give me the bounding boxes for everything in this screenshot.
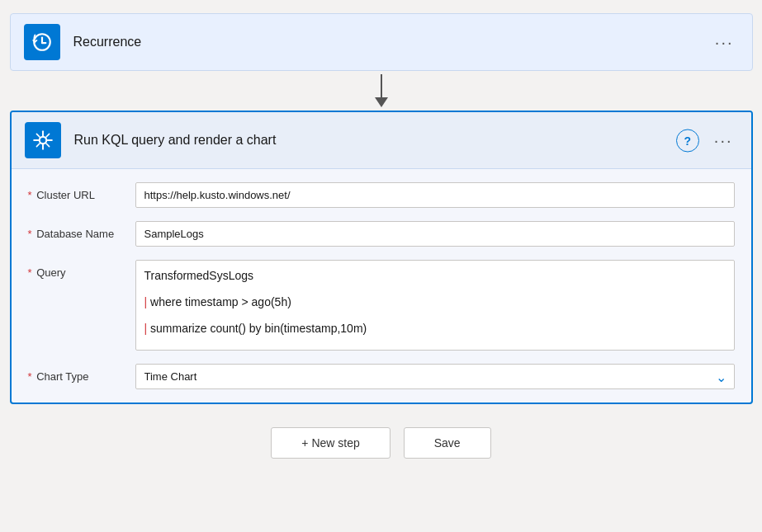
chart-type-label: * Chart Type <box>28 364 135 383</box>
recurrence-icon <box>24 24 60 60</box>
recurrence-title: Recurrence <box>73 35 142 49</box>
query-line-1: TransformedSysLogs <box>144 269 726 282</box>
svg-line-11 <box>36 144 40 147</box>
query-required-star: * <box>28 266 32 279</box>
database-name-input[interactable] <box>135 221 735 247</box>
kql-card: Run KQL query and render a chart ? ··· *… <box>10 111 753 404</box>
new-step-button[interactable]: + New step <box>271 427 390 459</box>
recurrence-card: Recurrence ··· <box>10 13 753 71</box>
database-required-star: * <box>28 228 32 240</box>
svg-line-10 <box>45 134 49 137</box>
cluster-url-label: * Cluster URL <box>28 182 135 201</box>
chart-type-select[interactable]: Time Chart Bar Chart Column Chart Pie Ch… <box>135 364 735 389</box>
save-button[interactable]: Save <box>404 427 491 459</box>
cluster-url-input[interactable] <box>135 182 735 208</box>
clock-icon <box>31 31 53 53</box>
kql-action-title: Run KQL query and render a chart <box>74 133 277 148</box>
cluster-required-star: * <box>28 189 32 201</box>
chart-type-row: * Chart Type Time Chart Bar Chart Column… <box>28 364 735 389</box>
database-name-row: * Database Name <box>28 221 735 247</box>
svg-point-3 <box>39 137 46 144</box>
kql-icon-box <box>25 122 61 158</box>
cluster-url-row: * Cluster URL <box>28 182 735 208</box>
svg-line-9 <box>45 144 49 147</box>
svg-line-8 <box>36 134 40 137</box>
kql-more-button[interactable]: ··· <box>708 128 740 153</box>
query-line-3: | summarize count() by bin(timestamp,10m… <box>144 322 726 335</box>
recurrence-more-button[interactable]: ··· <box>708 30 741 55</box>
workflow-container: Recurrence ··· <box>10 13 753 459</box>
kql-form: * Cluster URL * Database Name * Query <box>12 169 751 403</box>
kql-header-actions: ? ··· <box>676 128 740 153</box>
query-label: * Query <box>28 260 135 279</box>
database-name-label: * Database Name <box>28 221 135 240</box>
help-button[interactable]: ? <box>676 129 699 152</box>
bottom-actions: + New step Save <box>271 427 490 459</box>
query-row: * Query TransformedSysLogs | where times… <box>28 260 735 351</box>
chart-required-star: * <box>28 370 32 383</box>
arrow-line <box>381 74 382 97</box>
query-line-2: | where timestamp > ago(5h) <box>144 295 726 308</box>
arrow-head <box>375 97 388 107</box>
query-input-box[interactable]: TransformedSysLogs | where timestamp > a… <box>135 260 735 351</box>
chart-type-select-wrapper: Time Chart Bar Chart Column Chart Pie Ch… <box>135 364 735 389</box>
kql-icon <box>32 129 54 151</box>
kql-card-header: Run KQL query and render a chart ? ··· <box>12 112 751 169</box>
arrow-connector <box>375 74 388 107</box>
